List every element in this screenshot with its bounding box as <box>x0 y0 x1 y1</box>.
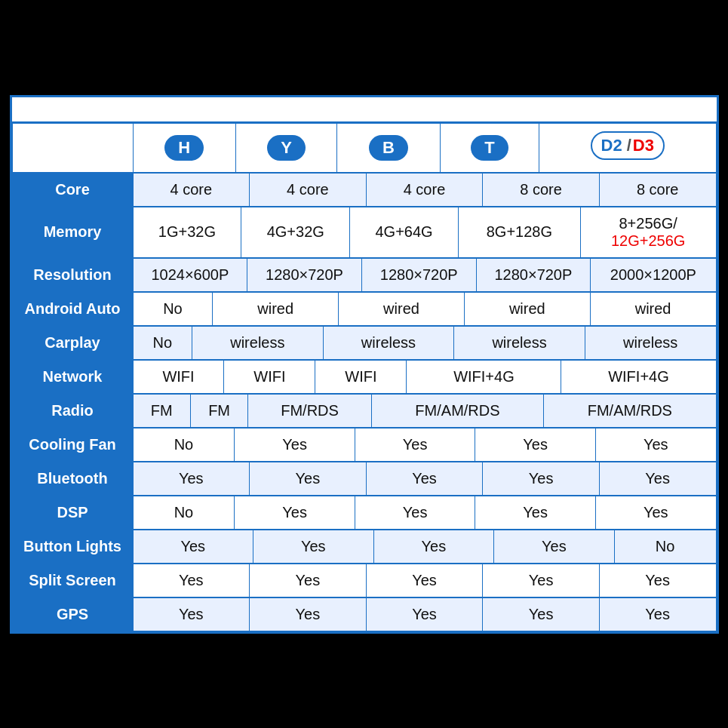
row-label-bluetooth: Bluetooth <box>12 462 133 495</box>
row-label-memory: Memory <box>12 207 133 257</box>
row-label-cooling-fan: Cooling Fan <box>12 428 133 461</box>
cell-0-3: 8 core <box>483 173 600 206</box>
model-badge-d2d3: D2/D3 <box>591 131 665 160</box>
cell-3-2: wired <box>339 292 465 325</box>
model-badge-b: B <box>369 135 408 161</box>
cell-11-1: Yes <box>250 564 367 597</box>
parameter-table: Model H Y B T D2/D3 <box>12 123 717 173</box>
cell-9-2: Yes <box>355 496 475 529</box>
row-label-split-screen: Split Screen <box>12 564 133 597</box>
cell-7-3: Yes <box>475 428 596 461</box>
model-y: Y <box>236 123 337 172</box>
cell-6-3: FM/AM/RDS <box>371 394 543 427</box>
table-row: DSPNoYesYesYesYes <box>12 496 716 529</box>
cell-9-4: Yes <box>595 496 716 529</box>
cell-2-4: 2000×1200P <box>591 258 716 291</box>
d3-label: D3 <box>631 136 663 155</box>
cell-7-0: No <box>133 428 235 461</box>
row-label-android-auto: Android Auto <box>12 292 133 325</box>
cell-7-1: Yes <box>235 428 355 461</box>
cell-0-1: 4 core <box>250 173 367 206</box>
cell-8-2: Yes <box>366 462 483 495</box>
cell-6-0: FM <box>133 394 190 427</box>
cell-5-4: WIFI+4G <box>561 360 716 393</box>
cell-4-0: No <box>133 326 192 359</box>
cell-4-3: wireless <box>454 326 585 359</box>
table-body: Core4 core4 core4 core8 core8 coreMemory… <box>12 173 717 631</box>
cell-10-2: Yes <box>373 530 494 563</box>
cell-2-0: 1024×600P <box>133 258 247 291</box>
cell-7-2: Yes <box>355 428 475 461</box>
cell-1-1: 4G+32G <box>241 207 350 257</box>
table-row: Core4 core4 core4 core8 core8 core <box>12 173 716 206</box>
cell-3-1: wired <box>213 292 339 325</box>
table-title <box>12 97 717 123</box>
cell-1-4: 8+256G/12G+256G <box>580 207 716 257</box>
cell-9-0: No <box>133 496 235 529</box>
cell-1-2: 4G+64G <box>350 207 459 257</box>
model-badge-h: H <box>164 135 204 161</box>
cell-10-3: Yes <box>494 530 615 563</box>
table-row: Button LightsYesYesYesYesNo <box>12 530 716 563</box>
model-badge-y: Y <box>267 135 306 161</box>
cell-11-3: Yes <box>483 564 600 597</box>
cell-9-1: Yes <box>235 496 355 529</box>
row-label-core: Core <box>12 173 133 206</box>
cell-4-4: wireless <box>585 326 716 359</box>
cell-12-2: Yes <box>366 597 483 631</box>
cell-11-0: Yes <box>133 564 250 597</box>
cell-5-2: WIFI <box>315 360 407 393</box>
d2-label: D2 <box>592 136 627 155</box>
row-label-dsp: DSP <box>12 496 133 529</box>
cell-4-2: wireless <box>323 326 454 359</box>
table-row: RadioFMFMFM/RDSFM/AM/RDSFM/AM/RDS <box>12 394 716 427</box>
cell-10-1: Yes <box>253 530 374 563</box>
cell-4-1: wireless <box>192 326 324 359</box>
cell-6-1: FM <box>190 394 247 427</box>
cell-1-3: 8G+128G <box>458 207 580 257</box>
cell-12-0: Yes <box>133 597 250 631</box>
model-b: B <box>337 123 441 172</box>
table-container: Model H Y B T D2/D3 Core4 core4 core4 co… <box>10 95 719 634</box>
row-label-radio: Radio <box>12 394 133 427</box>
row-label-network: Network <box>12 360 133 393</box>
cell-2-3: 1280×720P <box>476 258 591 291</box>
model-h: H <box>133 123 236 172</box>
cell-1-0: 1G+32G <box>133 207 241 257</box>
cell-0-4: 8 core <box>599 173 716 206</box>
cell-0-2: 4 core <box>366 173 483 206</box>
cell-8-4: Yes <box>599 462 716 495</box>
cell-3-0: No <box>133 292 213 325</box>
cell-12-1: Yes <box>250 597 367 631</box>
cell-6-2: FM/RDS <box>248 394 372 427</box>
cell-12-4: Yes <box>599 597 716 631</box>
cell-6-4: FM/AM/RDS <box>544 394 716 427</box>
cell-5-3: WIFI+4G <box>407 360 561 393</box>
model-badge-t: T <box>471 135 508 161</box>
cell-2-2: 1280×720P <box>361 258 476 291</box>
table-row: Memory1G+32G4G+32G4G+64G8G+128G8+256G/12… <box>12 207 716 257</box>
row-label-gps: GPS <box>12 597 133 631</box>
cell-8-3: Yes <box>483 462 600 495</box>
cell-11-2: Yes <box>366 564 483 597</box>
cell-5-0: WIFI <box>133 360 224 393</box>
cell-3-3: wired <box>464 292 590 325</box>
table-row: NetworkWIFIWIFIWIFIWIFI+4GWIFI+4G <box>12 360 716 393</box>
cell-2-1: 1280×720P <box>247 258 362 291</box>
cell-10-0: Yes <box>133 530 253 563</box>
model-header-row: Model H Y B T D2/D3 <box>12 123 716 172</box>
table-row: Split ScreenYesYesYesYesYes <box>12 564 716 597</box>
table-row: Cooling FanNoYesYesYesYes <box>12 428 716 461</box>
table-row: BluetoothYesYesYesYesYes <box>12 462 716 495</box>
model-d2d3: D2/D3 <box>539 123 716 172</box>
table-row: Resolution1024×600P1280×720P1280×720P128… <box>12 258 716 291</box>
cell-12-3: Yes <box>483 597 600 631</box>
row-label-button-lights: Button Lights <box>12 530 133 563</box>
table-row: CarplayNowirelesswirelesswirelesswireles… <box>12 326 716 359</box>
cell-7-4: Yes <box>595 428 716 461</box>
model-t: T <box>440 123 539 172</box>
cell-9-3: Yes <box>475 496 596 529</box>
row-label-carplay: Carplay <box>12 326 133 359</box>
cell-11-4: Yes <box>599 564 716 597</box>
cell-10-4: No <box>614 530 716 563</box>
